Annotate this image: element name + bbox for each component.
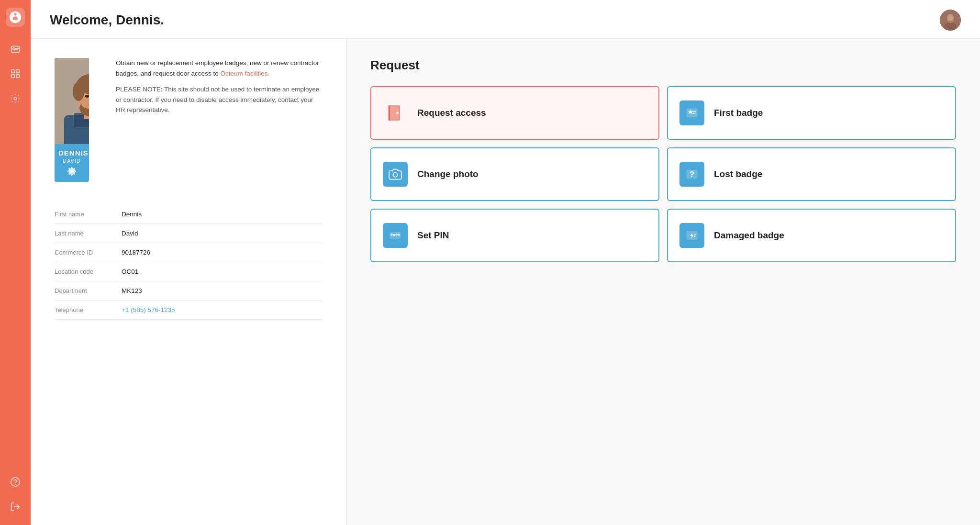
sidebar-item-grid[interactable] — [5, 63, 26, 84]
right-panel: Request Request access First badge Chang… — [346, 39, 980, 525]
svg-text:?: ? — [690, 170, 694, 179]
svg-point-24 — [73, 82, 84, 101]
body-area: DENNIS DAVID Obtain new or replacement e… — [31, 39, 980, 525]
profile-photo — [55, 58, 89, 144]
field-row: Telephone+1 (585) 576-1235 — [55, 301, 322, 320]
header: Welcome, Dennis. — [31, 0, 980, 39]
sidebar-item-id-card[interactable] — [5, 38, 26, 59]
svg-rect-46 — [694, 235, 697, 235]
svg-point-9 — [11, 478, 20, 486]
request-card-change-photo[interactable]: Change photo — [370, 147, 659, 201]
pin-icon: **** — [383, 223, 408, 248]
profile-first-name: DENNIS — [58, 149, 85, 157]
field-value: 90187726 — [122, 249, 150, 256]
field-value: OC01 — [122, 268, 138, 275]
profile-gear[interactable] — [58, 167, 85, 176]
field-value: MK123 — [122, 287, 142, 294]
question-icon: ? — [679, 162, 704, 187]
request-card-lost-badge[interactable]: ? Lost badge — [667, 147, 956, 201]
sidebar-item-settings[interactable] — [5, 88, 26, 109]
sidebar-item-help[interactable] — [5, 471, 26, 492]
octeum-link[interactable]: Octeum facilities. — [220, 70, 269, 77]
description-area: Obtain new or replacement employee badge… — [116, 58, 322, 191]
logo-icon — [9, 11, 22, 24]
main-content: Welcome, Dennis. — [31, 0, 980, 525]
svg-rect-7 — [16, 75, 19, 78]
profile-card: DENNIS DAVID — [55, 58, 89, 182]
request-card-first-badge[interactable]: First badge — [667, 86, 956, 140]
field-label: Location code — [55, 268, 122, 275]
field-row: First nameDennis — [55, 205, 322, 224]
door-icon — [383, 101, 408, 125]
field-label: Commerce ID — [55, 249, 122, 256]
request-card-label: Change photo — [417, 169, 479, 179]
field-label: Department — [55, 287, 122, 294]
field-row: Commerce ID90187726 — [55, 243, 322, 262]
note-paragraph: PLEASE NOTE: This site should not be use… — [116, 84, 322, 115]
field-value: David — [122, 230, 138, 237]
svg-point-39 — [393, 173, 397, 177]
svg-rect-35 — [686, 109, 697, 118]
badge-star-icon — [679, 101, 704, 125]
svg-text:****: **** — [390, 232, 400, 239]
sidebar — [0, 0, 31, 525]
request-card-label: Lost badge — [714, 169, 762, 179]
badge-bolt-icon — [679, 223, 704, 248]
request-card-request-access[interactable]: Request access — [370, 86, 659, 140]
field-value[interactable]: +1 (585) 576-1235 — [122, 306, 175, 313]
svg-rect-47 — [694, 236, 696, 237]
request-card-label: Request access — [417, 108, 486, 118]
svg-point-8 — [14, 97, 17, 100]
field-row: Last nameDavid — [55, 224, 322, 243]
profile-name-area: DENNIS DAVID — [55, 144, 89, 182]
svg-rect-38 — [692, 113, 695, 114]
svg-rect-4 — [11, 70, 14, 73]
field-value: Dennis — [122, 211, 142, 218]
camera-icon — [383, 162, 408, 187]
request-card-damaged-badge[interactable]: Damaged badge — [667, 209, 956, 262]
sidebar-nav — [5, 38, 26, 471]
field-label: Telephone — [55, 306, 122, 313]
cards-grid: Request access First badge Change photo … — [370, 86, 956, 262]
svg-point-1 — [13, 48, 15, 50]
fields-area: First nameDennisLast nameDavidCommerce I… — [55, 205, 322, 320]
sidebar-bottom — [5, 471, 26, 517]
gear-icon — [67, 167, 77, 176]
sidebar-item-logout[interactable] — [5, 496, 26, 517]
field-row: Location codeOC01 — [55, 262, 322, 281]
svg-rect-34 — [389, 105, 390, 121]
svg-rect-5 — [16, 70, 19, 73]
field-row: DepartmentMK123 — [55, 281, 322, 301]
request-card-set-pin[interactable]: **** Set PIN — [370, 209, 659, 262]
request-title: Request — [370, 58, 956, 73]
svg-point-16 — [948, 16, 953, 21]
page-title: Welcome, Dennis. — [50, 12, 164, 28]
svg-point-26 — [85, 95, 89, 98]
field-label: Last name — [55, 230, 122, 237]
request-card-label: First badge — [714, 108, 763, 118]
svg-rect-6 — [11, 75, 14, 78]
svg-rect-37 — [692, 112, 696, 112]
profile-last-name: DAVID — [58, 158, 85, 164]
sidebar-logo[interactable] — [6, 8, 25, 27]
svg-point-33 — [396, 112, 399, 114]
description-paragraph: Obtain new or replacement employee badge… — [116, 58, 322, 78]
field-label: First name — [55, 211, 122, 218]
request-card-label: Damaged badge — [714, 230, 784, 241]
request-card-label: Set PIN — [417, 230, 449, 241]
user-avatar[interactable] — [940, 10, 961, 31]
left-panel: DENNIS DAVID Obtain new or replacement e… — [31, 39, 346, 525]
